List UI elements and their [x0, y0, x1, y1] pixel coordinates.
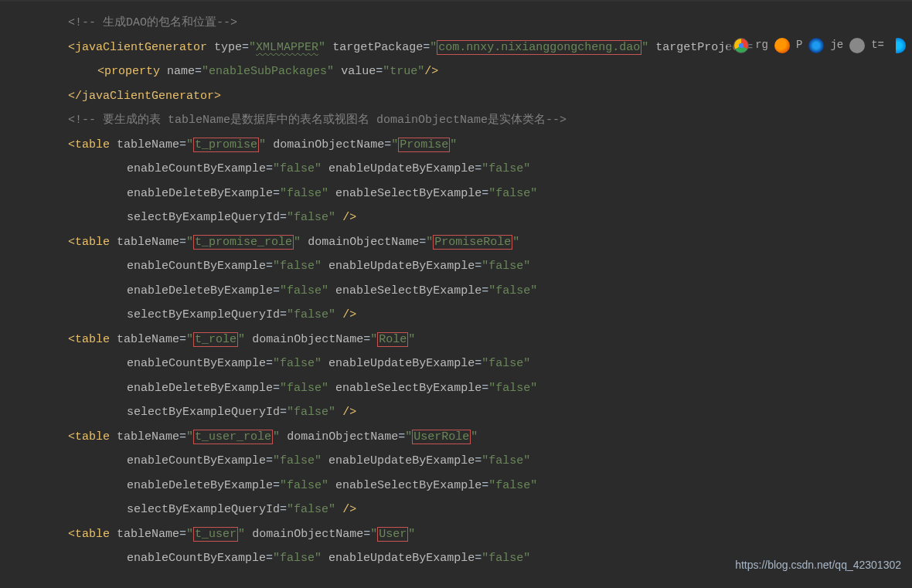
code-line: </javaClientGenerator> [68, 84, 912, 109]
attr-value: false [287, 284, 322, 297]
domain-object-name-value: PromiseRole [433, 235, 512, 250]
code-line: enableCountByExample="false" enableUpdat… [68, 449, 912, 474]
attr-value: false [294, 308, 328, 321]
code-line: <!-- 要生成的表 tableName是数据库中的表名或视图名 domainO… [68, 108, 912, 133]
attr-value: false [287, 479, 322, 492]
attr-value: false [280, 552, 315, 565]
hidden-text-fragment: je [830, 33, 843, 58]
hidden-text-fragment: P [796, 33, 802, 58]
attr-value: false [280, 454, 315, 467]
type-value: XMLMAPPER [256, 41, 318, 54]
attr-value: false [495, 187, 530, 200]
code-line: enableDeleteByExample="false" enableSele… [68, 279, 912, 304]
hidden-text-fragment: t= [871, 33, 884, 58]
code-line: <table tableName="t_user" domainObjectNa… [68, 522, 912, 547]
code-line: enableDeleteByExample="false" enableSele… [68, 474, 912, 498]
browser-icon-tray: rg P je t= [727, 36, 912, 56]
attr-value: false [495, 479, 530, 492]
attr-value: false [488, 552, 523, 565]
code-line: <table tableName="t_user_role" domainObj… [68, 425, 912, 450]
attr-value: false [280, 162, 315, 175]
table-name-value: t_user [193, 527, 238, 542]
domain-object-name-value: User [377, 527, 408, 542]
domain-object-name-value: Role [377, 332, 408, 347]
edge-icon[interactable] [890, 38, 906, 53]
code-line: <table tableName="t_role" domainObjectNa… [68, 328, 912, 352]
hidden-text-fragment: rg [755, 33, 768, 58]
domain-object-name-value: UserRole [412, 430, 471, 444]
attr-value: false [495, 284, 530, 297]
attr-value: false [488, 260, 523, 273]
generic-browser-icon[interactable] [849, 38, 865, 53]
code-line: <table tableName="t_promise" domainObjec… [68, 133, 912, 158]
attr-value: false [495, 382, 530, 395]
property-name: enableSubPackages [209, 65, 327, 78]
attr-value: false [488, 162, 523, 175]
attr-value: false [280, 260, 315, 273]
firefox-icon[interactable] [774, 38, 790, 53]
attr-value: false [280, 357, 315, 370]
editor-topbar [0, 0, 912, 2]
attr-value: false [287, 382, 322, 395]
code-line: enableDeleteByExample="false" enableSele… [68, 376, 912, 401]
chrome-icon[interactable] [733, 38, 749, 53]
attr-value: false [488, 357, 523, 370]
safari-icon[interactable] [808, 38, 824, 53]
code-line: enableCountByExample="false" enableUpdat… [68, 352, 912, 376]
property-value: true [390, 65, 417, 78]
attr-value: false [488, 454, 523, 467]
code-editor[interactable]: <!-- 生成DAO的包名和位置--> <javaClientGenerator… [0, 0, 912, 571]
xml-comment: <!-- 生成DAO的包名和位置--> [68, 16, 237, 29]
code-line: selectByExampleQueryId="false" /> [68, 400, 912, 425]
attr-value: false [294, 406, 328, 419]
code-line: selectByExampleQueryId="false" /> [68, 498, 912, 522]
table-name-value: t_promise_role [193, 235, 294, 250]
code-line: selectByExampleQueryId="false" /> [68, 206, 912, 230]
attr-value: false [294, 503, 328, 516]
table-name-value: t_role [193, 332, 238, 347]
attr-value: false [287, 187, 322, 200]
code-line: <property name="enableSubPackages" value… [68, 59, 912, 84]
table-name-value: t_user_role [193, 430, 273, 444]
target-package-value: com.nnxy.nixianggongcheng.dao [437, 40, 641, 55]
code-line: enableCountByExample="false" enableUpdat… [68, 254, 912, 279]
attr-value: false [294, 211, 328, 224]
xml-comment: <!-- 要生成的表 tableName是数据库中的表名或视图名 domainO… [68, 114, 567, 127]
code-line: enableCountByExample="false" enableUpdat… [68, 157, 912, 182]
code-line: selectByExampleQueryId="false" /> [68, 303, 912, 328]
table-name-value: t_promise [193, 138, 259, 152]
code-line: enableDeleteByExample="false" enableSele… [68, 182, 912, 206]
domain-object-name-value: Promise [398, 138, 450, 152]
code-line: <!-- 生成DAO的包名和位置--> [68, 11, 912, 36]
watermark-url: https://blog.csdn.net/qq_42301302 [735, 553, 901, 578]
code-line: <table tableName="t_promise_role" domain… [68, 230, 912, 255]
